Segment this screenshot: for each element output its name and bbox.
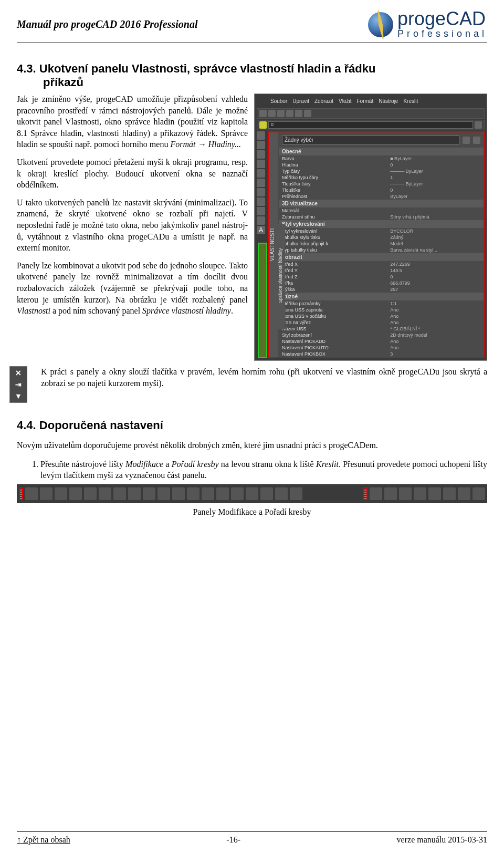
menu-zobrazit[interactable]: Zobrazit — [314, 98, 333, 104]
tb-icon[interactable] — [143, 487, 155, 500]
tb-icon[interactable] — [172, 487, 185, 500]
vlastnosti-handle[interactable]: VLASTNOSTI — [269, 132, 278, 357]
prop-row[interactable]: Typ tabulky tiskuBarva závislá na styl..… — [279, 247, 484, 253]
tool-icon[interactable] — [257, 169, 265, 178]
back-to-toc-link[interactable]: ↑ Zpět na obsah — [17, 835, 70, 845]
toolbar-grip-highlighted[interactable] — [19, 487, 23, 500]
prop-row[interactable]: Hladina0 — [279, 162, 484, 168]
tb-icon[interactable] — [40, 487, 52, 500]
prop-btn-icon[interactable] — [473, 137, 480, 144]
prop-row[interactable]: Střed Y148.5 — [279, 267, 484, 274]
tb-icon[interactable] — [216, 487, 229, 500]
toolbars-figure — [17, 484, 487, 503]
toolbar-icon[interactable] — [286, 110, 293, 117]
tool-icon[interactable] — [257, 141, 265, 149]
layer-dropdown[interactable]: 0 — [268, 121, 473, 129]
tb-icon[interactable] — [231, 487, 244, 500]
tool-a-icon[interactable]: A — [257, 226, 265, 234]
prop-row[interactable]: Výška297 — [279, 286, 484, 293]
tb-icon[interactable] — [290, 487, 302, 500]
tb-icon[interactable] — [458, 487, 470, 500]
prop-row[interactable]: Název USS* GLOBÁLNÍ * — [279, 326, 484, 332]
prop-row-label: USS na výřez — [282, 320, 390, 325]
prop-row[interactable]: Styl zobrazení2D drátový model — [279, 332, 484, 338]
prop-panel-top: Žádný výběr — [279, 132, 484, 148]
tb-icon[interactable] — [472, 487, 485, 500]
tb-icon[interactable] — [260, 487, 273, 500]
tb-icon[interactable] — [187, 487, 200, 500]
tb-icon[interactable] — [414, 487, 426, 500]
prop-row[interactable]: Typ čáry——— ByLayer — [279, 168, 484, 174]
prop-row[interactable]: Měřítko poznámky1:1 — [279, 300, 484, 307]
prop-row[interactable]: Ikona USS zapnutaAno — [279, 307, 484, 313]
prop-row[interactable]: Styl vykreslováníBYCOLOR — [279, 228, 484, 234]
spravce-handle[interactable]: Správce vlastností hladiny — [278, 224, 285, 329]
layer-icon[interactable] — [259, 121, 267, 129]
tb-icon[interactable] — [246, 487, 258, 500]
tb-icon[interactable] — [428, 487, 441, 500]
prop-row[interactable]: Tabulku tisku připojit kModel — [279, 241, 484, 247]
tool-icon[interactable] — [257, 197, 265, 206]
mini-menu-icon[interactable]: ▼ — [14, 392, 23, 401]
tool-icon[interactable] — [257, 207, 265, 215]
toolbar-icon[interactable] — [268, 110, 276, 117]
prop-row[interactable]: PrůhlednostByLayer — [279, 193, 484, 200]
li-44-1-it3: Kreslit — [316, 460, 339, 469]
prop-row[interactable]: Tloušťka0 — [279, 187, 484, 193]
menu-format[interactable]: Formát — [357, 98, 374, 104]
prop-row[interactable]: Měřítko typu čáry1 — [279, 174, 484, 181]
mini-pin-icon[interactable]: ⇥ — [14, 380, 23, 390]
tool-icon[interactable] — [257, 179, 265, 187]
tb-icon[interactable] — [128, 487, 141, 500]
toolbar-grip-highlighted-2[interactable] — [363, 487, 368, 500]
toolbar-icon[interactable] — [277, 110, 285, 117]
menu-vlozit[interactable]: Vložit — [339, 98, 351, 104]
tool-icon[interactable] — [257, 188, 265, 196]
tb-icon[interactable] — [113, 487, 126, 500]
toolbar-icon[interactable] — [295, 110, 302, 117]
prop-row[interactable]: Ikona USS v počátkuAno — [279, 313, 484, 319]
menu-nastroje[interactable]: Nástroje — [379, 98, 398, 104]
toolbar-icon[interactable] — [304, 110, 311, 117]
prop-row[interactable]: Nastavení PICKADDAno — [279, 338, 484, 345]
menu-kreslit[interactable]: Kreslit — [403, 98, 418, 104]
p-43-4: Panely lze kombinovat a ukotvit pod sebe… — [17, 260, 248, 317]
prop-row-label: Hladina — [282, 162, 390, 168]
tool-icon[interactable] — [257, 160, 265, 168]
selection-dropdown[interactable]: Žádný výběr — [282, 136, 459, 144]
toolbar-icon[interactable] — [475, 121, 482, 129]
prop-row-label: Nastavení PICKBOX — [282, 351, 390, 357]
tool-icon[interactable] — [257, 216, 265, 225]
prop-row[interactable]: Nastavení PICKBOX3 — [279, 351, 484, 357]
tb-icon[interactable] — [443, 487, 456, 500]
tb-icon[interactable] — [84, 487, 97, 500]
toolbar-icon[interactable] — [259, 110, 267, 117]
tool-icon[interactable] — [257, 150, 265, 159]
tb-icon[interactable] — [25, 487, 38, 500]
prop-row[interactable]: Zobrazení stínuStíny vrhá i přijímá — [279, 214, 484, 220]
prop-row[interactable]: Nastavení PICKAUTOAno — [279, 345, 484, 351]
prop-row[interactable]: Střed Z0 — [279, 274, 484, 280]
tb-icon[interactable] — [399, 487, 412, 500]
tb-icon[interactable] — [55, 487, 67, 500]
tb-icon[interactable] — [384, 487, 397, 500]
p-43-4c: . — [231, 306, 233, 315]
tb-icon[interactable] — [99, 487, 111, 500]
mini-close-icon[interactable]: ✕ — [14, 369, 23, 378]
prop-btn-icon[interactable] — [463, 137, 470, 144]
tb-icon[interactable] — [370, 487, 382, 500]
prop-row[interactable]: Šířka696.8799 — [279, 280, 484, 286]
tb-icon[interactable] — [69, 487, 82, 500]
menu-soubor[interactable]: Soubor — [270, 98, 287, 104]
prop-row[interactable]: Barva■ ByLayer — [279, 155, 484, 162]
menu-upravit[interactable]: Upravit — [292, 98, 309, 104]
prop-row[interactable]: USS na výřezAno — [279, 319, 484, 326]
tb-icon[interactable] — [158, 487, 170, 500]
prop-row[interactable]: Materiál — [279, 207, 484, 214]
tb-icon[interactable] — [275, 487, 288, 500]
prop-row[interactable]: Střed X247.2269 — [279, 261, 484, 267]
tool-icon[interactable] — [257, 131, 265, 140]
tb-icon[interactable] — [202, 487, 214, 500]
prop-row[interactable]: Tloušťka čáry——— ByLayer — [279, 181, 484, 187]
prop-row[interactable]: Tabulka stylu tiskuŽádný — [279, 234, 484, 241]
